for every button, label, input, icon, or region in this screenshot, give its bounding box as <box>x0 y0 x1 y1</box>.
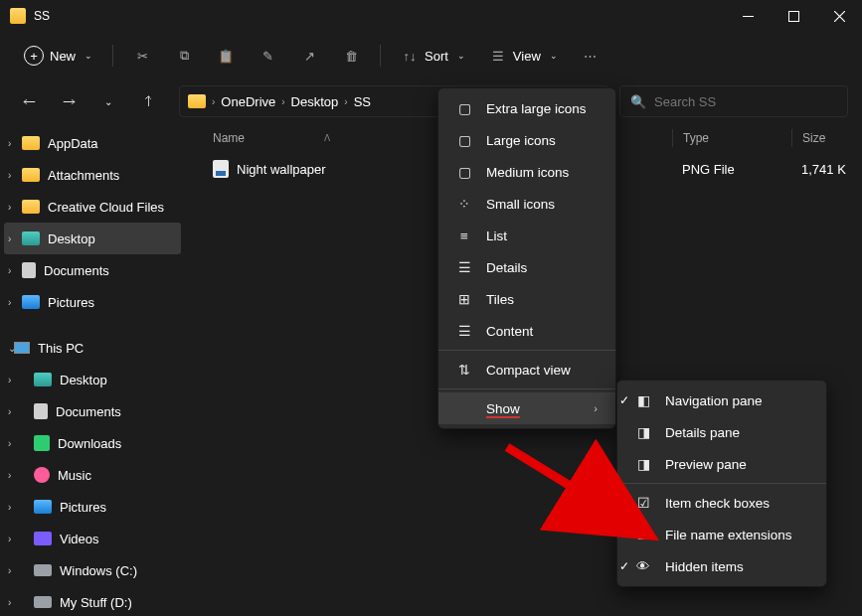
sidebar-item-thispc[interactable]: ⌄This PC <box>4 332 181 364</box>
divider <box>112 45 113 67</box>
sort-button[interactable]: ↑↓ Sort ⌄ <box>391 38 475 74</box>
chevron-down-icon: ⌄ <box>550 51 558 61</box>
tiles-icon: ⊞ <box>456 291 472 307</box>
chevron-right-icon: › <box>8 565 11 576</box>
window-controls <box>725 0 862 32</box>
file-name: Night wallpaper <box>237 162 326 177</box>
rename-icon: ✎ <box>259 47 276 65</box>
menu-item-label: Large icons <box>486 133 556 148</box>
chevron-right-icon: › <box>594 402 598 414</box>
menu-item-label: Details pane <box>665 425 740 440</box>
close-button[interactable] <box>816 0 862 32</box>
sidebar-item[interactable]: ›Music <box>4 459 181 491</box>
chevron-right-icon: › <box>8 170 11 181</box>
sidebar-item[interactable]: ›Documents <box>4 395 181 427</box>
sidebar-item[interactable]: ›My Stuff (D:) <box>4 586 181 616</box>
divider <box>438 350 615 351</box>
sidebar-item[interactable]: ›Documents <box>4 254 181 286</box>
sidebar-item[interactable]: ›Pictures <box>4 286 181 318</box>
menu-item[interactable]: ✓◧Navigation pane <box>617 385 826 416</box>
menu-item-show[interactable]: Show› <box>438 392 615 424</box>
sidebar-item-label: Attachments <box>48 168 119 183</box>
menu-item[interactable]: ▢Medium icons <box>438 156 615 188</box>
cut-button[interactable]: ✂ <box>123 38 161 74</box>
rename-button[interactable]: ✎ <box>249 38 286 74</box>
search-box[interactable]: 🔍 <box>619 85 848 117</box>
sidebar-item[interactable]: ›Pictures <box>4 491 181 523</box>
sidebar-item-label: Pictures <box>60 500 106 515</box>
menu-item-label: Preview pane <box>665 457 747 472</box>
paste-button[interactable]: 📋 <box>207 38 245 74</box>
folder-icon <box>34 467 50 483</box>
copy-button[interactable]: ⧉ <box>165 38 203 74</box>
menu-item[interactable]: ▢Extra large icons <box>438 92 615 124</box>
view-menu[interactable]: ▢Extra large icons▢Large icons▢Medium ic… <box>437 87 616 429</box>
sidebar-item-label: Windows (C:) <box>60 563 137 578</box>
sidebar-item[interactable]: ›AppData <box>4 127 181 159</box>
menu-item[interactable]: ▢Large icons <box>438 124 615 156</box>
menu-item[interactable]: ✓👁Hidden items <box>617 550 826 582</box>
folder-icon <box>34 532 52 545</box>
menu-item[interactable]: ⁘Small icons <box>438 188 615 220</box>
back-button[interactable]: 🡐 <box>14 86 44 116</box>
sidebar-item[interactable]: ›Attachments <box>4 159 181 191</box>
sidebar-item[interactable]: ›Downloads <box>4 427 181 459</box>
check-icon: ✓ <box>619 393 633 407</box>
sidebar-item-label: Documents <box>44 263 109 278</box>
chevron-right-icon: › <box>8 470 11 481</box>
up-button[interactable]: 🡑 <box>133 86 163 116</box>
more-button[interactable]: ⋯ <box>572 38 609 74</box>
folder-icon <box>34 373 52 386</box>
menu-item[interactable]: ☰Content <box>438 315 615 347</box>
nav-row: 🡐 🡒 ⌄ 🡑 › OneDrive › Desktop › SS 🔍 <box>0 79 862 123</box>
menu-item-label: File name extensions <box>665 528 792 542</box>
recent-button[interactable]: ⌄ <box>93 86 123 116</box>
delete-button[interactable]: 🗑 <box>332 38 370 74</box>
pane-right2-icon: ◨ <box>635 456 651 472</box>
menu-item[interactable]: ◨Preview pane <box>617 448 826 480</box>
show-submenu[interactable]: ✓◧Navigation pane◨Details pane◨Preview p… <box>616 380 827 587</box>
chevron-down-icon: ⌄ <box>85 51 92 61</box>
divider <box>617 483 826 484</box>
breadcrumb[interactable]: OneDrive <box>221 94 275 109</box>
chevron-right-icon: › <box>8 202 11 213</box>
sidebar-item[interactable]: ›Desktop <box>4 364 181 395</box>
menu-item-label: Content <box>486 324 533 339</box>
search-input[interactable] <box>654 94 837 109</box>
ellipsis-icon: ⋯ <box>582 47 600 65</box>
menu-item-label: Extra large icons <box>486 101 587 116</box>
menu-item[interactable]: ☰Details <box>438 251 615 283</box>
menu-item-compact[interactable]: ⇅Compact view <box>438 354 615 385</box>
column-type[interactable]: Type <box>672 129 791 147</box>
sidebar-item[interactable]: ›Creative Cloud Files <box>4 191 181 223</box>
sidebar-item[interactable]: ›Desktop <box>4 223 181 254</box>
file-type: PNG File <box>672 160 791 178</box>
breadcrumb[interactable]: Desktop <box>291 94 339 109</box>
chevron-right-icon: › <box>8 138 11 149</box>
minimize-button[interactable] <box>725 0 771 32</box>
menu-item[interactable]: ☑Item check boxes <box>617 487 826 519</box>
window-title: SS <box>34 9 725 23</box>
new-label: New <box>50 49 76 64</box>
share-button[interactable]: ↗ <box>290 38 328 74</box>
view-button[interactable]: ☰ View ⌄ <box>479 38 568 74</box>
maximize-button[interactable] <box>771 0 816 32</box>
folder-icon <box>22 200 40 214</box>
breadcrumb[interactable]: SS <box>354 94 371 109</box>
column-size[interactable]: Size <box>791 129 862 147</box>
svg-rect-1 <box>788 11 798 21</box>
menu-item[interactable]: ⊞Tiles <box>438 283 615 315</box>
new-button[interactable]: + New ⌄ <box>14 38 102 74</box>
sidebar-item[interactable]: ›Videos <box>4 523 181 554</box>
sidebar-item[interactable]: ›Windows (C:) <box>4 554 181 586</box>
folder-icon <box>22 231 40 245</box>
sidebar-item-label: Music <box>58 468 91 483</box>
menu-item[interactable]: 🗎File name extensions <box>617 519 826 550</box>
chevron-down-icon: ⌄ <box>457 51 465 61</box>
forward-button[interactable]: 🡒 <box>54 86 84 116</box>
file-icon: 🗎 <box>635 528 651 542</box>
cut-icon: ✂ <box>133 47 151 65</box>
menu-item[interactable]: ◨Details pane <box>617 416 826 448</box>
grid-m-icon: ▢ <box>456 164 472 180</box>
menu-item[interactable]: ≡List <box>438 220 615 251</box>
